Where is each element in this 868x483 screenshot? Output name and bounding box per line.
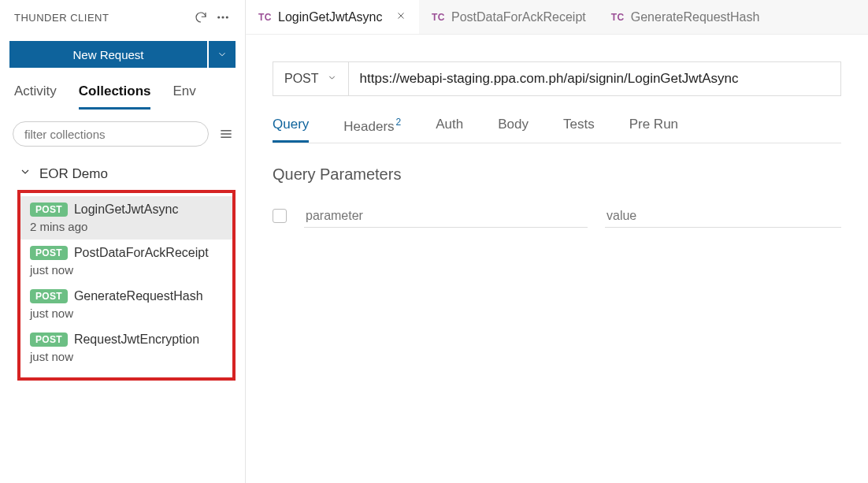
svg-point-2 bbox=[226, 17, 228, 18]
chevron-down-icon bbox=[19, 165, 32, 182]
collection-toggle[interactable]: EOR Demo bbox=[0, 154, 245, 190]
method-select[interactable]: POST bbox=[273, 62, 349, 95]
section-title: Query Parameters bbox=[273, 165, 841, 184]
tab-label: GenerateRequestHash bbox=[631, 10, 760, 24]
request-highlight-box: POST LoginGetJwtAsync 2 mins ago POST Po… bbox=[17, 190, 236, 381]
collection-name: EOR Demo bbox=[39, 166, 108, 182]
sidebar-tabs: Activity Collections Env bbox=[0, 74, 245, 110]
method-badge: POST bbox=[30, 333, 68, 347]
tab-prerun[interactable]: Pre Run bbox=[629, 117, 678, 143]
tab-collections[interactable]: Collections bbox=[79, 84, 151, 110]
editor-tabbar: TC LoginGetJwtAsync TC PostDataForAckRec… bbox=[246, 0, 868, 35]
request-name: GenerateRequestHash bbox=[74, 289, 203, 303]
tab-prefix: TC bbox=[611, 12, 625, 23]
tab-activity[interactable]: Activity bbox=[14, 84, 57, 110]
method-value: POST bbox=[284, 72, 319, 86]
new-request-button[interactable]: New Request bbox=[9, 41, 207, 68]
request-name: PostDataForAckReceipt bbox=[74, 246, 209, 260]
close-icon[interactable] bbox=[395, 10, 406, 24]
method-badge: POST bbox=[30, 289, 68, 303]
request-item[interactable]: POST PostDataForAckReceipt just now bbox=[20, 240, 232, 283]
tab-query[interactable]: Query bbox=[273, 117, 309, 143]
tab-tests[interactable]: Tests bbox=[563, 117, 595, 143]
url-bar: POST bbox=[273, 61, 841, 96]
svg-point-1 bbox=[222, 17, 224, 18]
request-tabs: Query Headers2 Auth Body Tests Pre Run bbox=[273, 117, 841, 143]
request-panel: POST Query Headers2 Auth Body Tests Pre … bbox=[246, 35, 868, 483]
sidebar: THUNDER CLIENT New Request Activity Coll… bbox=[0, 0, 246, 483]
request-time: just now bbox=[30, 263, 224, 277]
headers-count-badge: 2 bbox=[396, 117, 402, 128]
hamburger-icon[interactable] bbox=[217, 124, 236, 143]
method-badge: POST bbox=[30, 246, 68, 260]
filter-row bbox=[0, 110, 245, 154]
request-time: just now bbox=[30, 307, 224, 320]
param-name-input[interactable] bbox=[304, 204, 588, 228]
chevron-down-icon bbox=[327, 72, 337, 86]
request-name: LoginGetJwtAsync bbox=[74, 202, 179, 217]
editor-tab[interactable]: TC LoginGetJwtAsync bbox=[246, 0, 419, 34]
request-item[interactable]: POST GenerateRequestHash just now bbox=[20, 283, 232, 326]
request-time: 2 mins ago bbox=[30, 220, 224, 233]
request-item[interactable]: POST LoginGetJwtAsync 2 mins ago bbox=[20, 196, 232, 240]
request-name: RequestJwtEncryption bbox=[74, 333, 199, 347]
tab-auth[interactable]: Auth bbox=[436, 117, 463, 143]
tab-body[interactable]: Body bbox=[498, 117, 529, 143]
new-request-row: New Request bbox=[0, 33, 245, 74]
request-item[interactable]: POST RequestJwtEncryption just now bbox=[20, 326, 232, 370]
more-icon[interactable] bbox=[212, 6, 234, 28]
refresh-icon[interactable] bbox=[190, 6, 212, 28]
method-badge: POST bbox=[30, 202, 68, 217]
param-checkbox[interactable] bbox=[273, 209, 287, 223]
filter-collections-input[interactable] bbox=[13, 121, 209, 147]
url-input[interactable] bbox=[349, 62, 840, 95]
tab-env[interactable]: Env bbox=[172, 84, 195, 110]
sidebar-title: THUNDER CLIENT bbox=[14, 12, 190, 24]
main-area: TC LoginGetJwtAsync TC PostDataForAckRec… bbox=[246, 0, 868, 483]
param-value-input[interactable] bbox=[605, 204, 841, 228]
editor-tab[interactable]: TC PostDataForAckReceipt bbox=[419, 0, 599, 34]
new-request-dropdown[interactable] bbox=[209, 41, 236, 68]
tab-headers[interactable]: Headers2 bbox=[343, 117, 401, 143]
param-row bbox=[273, 204, 841, 228]
tab-prefix: TC bbox=[258, 12, 272, 23]
svg-point-0 bbox=[218, 17, 220, 18]
tab-label: LoginGetJwtAsync bbox=[278, 10, 383, 24]
tab-label: PostDataForAckReceipt bbox=[451, 10, 586, 24]
editor-tab[interactable]: TC GenerateRequestHash bbox=[599, 0, 773, 34]
request-time: just now bbox=[30, 350, 224, 363]
sidebar-header: THUNDER CLIENT bbox=[0, 0, 245, 33]
tab-prefix: TC bbox=[432, 12, 445, 23]
